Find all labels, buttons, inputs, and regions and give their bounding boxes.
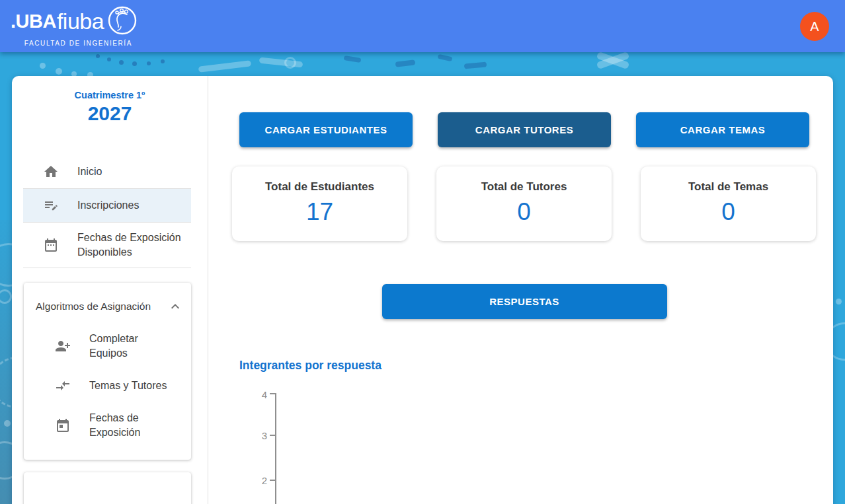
period-label: Cuatrimestre 1º — [12, 90, 208, 100]
sidebar-item-inicio[interactable]: Inicio — [23, 155, 191, 188]
compare-arrows-icon — [55, 378, 71, 394]
uba-fiuba-logo[interactable]: .UBA fiuba FACULTAD DE INGENIERÍA — [11, 7, 140, 45]
sidebar-item-temas-tutores[interactable]: Temas y Tutores — [24, 378, 191, 394]
algoritmos-title: Algoritmos de Asignación — [36, 301, 151, 312]
logo-subtitle: FACULTAD DE INGENIERÍA — [24, 40, 132, 47]
stat-title: Total de Temas — [641, 180, 816, 194]
sidebar-item-label: Inscripciones — [77, 198, 191, 213]
chart-tick-label: 4 — [239, 389, 267, 400]
avatar[interactable]: A — [800, 12, 829, 41]
app-header: .UBA fiuba FACULTAD DE INGENIERÍA A — [0, 0, 845, 52]
main-card: Cuatrimestre 1º 2027 Inicio Inscripcione… — [12, 76, 833, 504]
respuestas-button[interactable]: RESPUESTAS — [382, 284, 667, 319]
main-content: CARGAR ESTUDIANTES CARGAR TUTORES CARGAR… — [208, 76, 833, 504]
year-label: 2027 — [12, 102, 208, 125]
stat-value: 17 — [232, 198, 407, 226]
sidebar-nav: Inicio Inscripciones Fechas de Exposició… — [23, 155, 191, 268]
upload-buttons-row: CARGAR ESTUDIANTES CARGAR TUTORES CARGAR… — [239, 112, 809, 147]
stat-card-temas: Total de Temas 0 — [641, 166, 816, 241]
chart-tick — [270, 435, 275, 436]
chart-y-axis — [275, 393, 276, 504]
fiuba-emblem-icon — [107, 5, 138, 36]
home-icon — [43, 164, 59, 180]
respuestas-row: RESPUESTAS — [239, 284, 809, 319]
stat-title: Total de Estudiantes — [232, 180, 407, 194]
sidebar: Cuatrimestre 1º 2027 Inicio Inscripcione… — [12, 76, 208, 504]
logo-fiuba-text: fiuba — [57, 9, 104, 34]
chart-tick-label: 3 — [239, 430, 267, 441]
chart-tick-label: 2 — [239, 475, 267, 486]
sidebar-item-fechas-exposicion[interactable]: Fechas de Exposición — [24, 411, 191, 440]
stat-title: Total de Tutores — [436, 180, 612, 194]
sidebar-item-label: Temas y Tutores — [89, 378, 174, 393]
cargar-tutores-button[interactable]: CARGAR TUTORES — [438, 112, 611, 147]
calendar-range-icon — [43, 237, 59, 253]
stat-value: 0 — [641, 198, 816, 226]
algoritmos-header[interactable]: Algoritmos de Asignación — [24, 283, 191, 314]
divider — [23, 268, 191, 268]
chart-tick — [270, 393, 275, 394]
person-add-icon — [55, 338, 71, 354]
stat-value: 0 — [436, 198, 612, 226]
stats-row: Total de Estudiantes 17 Total de Tutores… — [232, 166, 816, 241]
sidebar-empty-card — [24, 472, 191, 504]
sidebar-item-inscripciones[interactable]: Inscripciones — [23, 189, 191, 222]
sidebar-item-label: Fechas de Exposición — [89, 411, 174, 440]
cargar-temas-button[interactable]: CARGAR TEMAS — [636, 112, 809, 147]
avatar-letter: A — [810, 19, 819, 34]
sidebar-item-label: Inicio — [77, 164, 191, 179]
stat-card-estudiantes: Total de Estudiantes 17 — [232, 166, 407, 241]
sidebar-item-label: Fechas de Exposición Disponibles — [77, 231, 191, 260]
stat-card-tutores: Total de Tutores 0 — [436, 166, 612, 241]
sidebar-item-label: Completar Equipos — [89, 332, 174, 361]
chart-integrantes-por-respuesta: 4 3 2 — [239, 392, 809, 504]
chart-tick — [270, 480, 275, 481]
sidebar-item-completar-equipos[interactable]: Completar Equipos — [24, 332, 191, 361]
chevron-up-icon — [167, 299, 183, 314]
event-icon — [55, 417, 71, 433]
sidebar-item-fechas-disponibles[interactable]: Fechas de Exposición Disponibles — [23, 223, 191, 268]
playlist-edit-icon — [43, 198, 59, 213]
algoritmos-card: Algoritmos de Asignación Completar Equip… — [24, 283, 191, 460]
chart-title: Integrantes por respuesta — [239, 359, 809, 373]
cargar-estudiantes-button[interactable]: CARGAR ESTUDIANTES — [239, 112, 413, 147]
logo-uba-text: .UBA — [11, 11, 56, 32]
